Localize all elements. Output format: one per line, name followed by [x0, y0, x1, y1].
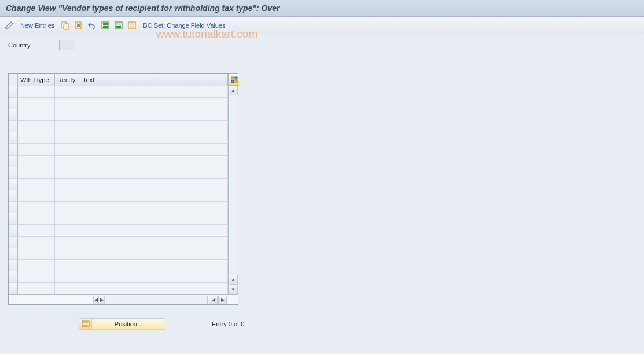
new-entries-button[interactable]: New Entries	[17, 20, 58, 31]
scroll-up-icon[interactable]: ▲	[229, 86, 238, 95]
row-selector[interactable]	[9, 213, 18, 224]
cell-text[interactable]	[80, 132, 228, 143]
cell-wth-type[interactable]	[18, 248, 55, 259]
undo-icon[interactable]	[86, 20, 98, 31]
row-selector[interactable]	[9, 167, 18, 178]
table-row[interactable]	[9, 121, 228, 132]
table-row[interactable]	[9, 132, 228, 144]
cell-wth-type[interactable]	[18, 132, 55, 143]
cell-rec-ty[interactable]	[55, 202, 80, 213]
cell-text[interactable]	[80, 271, 228, 282]
scroll-track-vertical[interactable]	[229, 95, 238, 275]
row-selector[interactable]	[9, 283, 18, 294]
column-header-wth-type[interactable]: Wth.t.type	[18, 74, 55, 86]
cell-wth-type[interactable]	[18, 225, 55, 236]
cell-rec-ty[interactable]	[55, 190, 80, 201]
cell-wth-type[interactable]	[18, 86, 55, 97]
table-row[interactable]	[9, 156, 228, 167]
cell-text[interactable]	[80, 260, 228, 271]
cell-text[interactable]	[80, 248, 228, 259]
scroll-down-icon[interactable]: ▲	[229, 275, 238, 285]
scroll-down-icon-2[interactable]: ▼	[229, 285, 238, 294]
column-header-rec-ty[interactable]: Rec.ty	[55, 74, 80, 86]
cell-text[interactable]	[80, 202, 228, 213]
scroll-right-icon[interactable]: ▶	[100, 296, 105, 304]
table-row[interactable]	[9, 260, 228, 271]
table-row[interactable]	[9, 98, 228, 109]
cell-rec-ty[interactable]	[55, 86, 80, 97]
horizontal-scrollbar[interactable]: ◀ ▶ ◀ ▶	[9, 294, 238, 304]
table-row[interactable]	[9, 248, 228, 260]
cell-rec-ty[interactable]	[55, 248, 80, 259]
cell-wth-type[interactable]	[18, 271, 55, 282]
copy-icon[interactable]	[60, 20, 71, 31]
cell-text[interactable]	[80, 190, 228, 201]
deselect-all-icon[interactable]	[126, 20, 138, 31]
cell-rec-ty[interactable]	[55, 98, 80, 109]
table-row[interactable]	[9, 237, 228, 248]
cell-wth-type[interactable]	[18, 202, 55, 213]
row-selector[interactable]	[9, 225, 18, 236]
cell-wth-type[interactable]	[18, 190, 55, 201]
cell-text[interactable]	[80, 179, 228, 190]
cell-rec-ty[interactable]	[55, 144, 80, 155]
row-selector[interactable]	[9, 202, 18, 213]
row-selector[interactable]	[9, 86, 18, 97]
vertical-scrollbar[interactable]: ▲ ▲ ▼	[228, 74, 238, 294]
row-selector[interactable]	[9, 237, 18, 248]
cell-rec-ty[interactable]	[55, 225, 80, 236]
table-row[interactable]	[9, 86, 228, 98]
row-selector[interactable]	[9, 190, 18, 201]
bc-set-button[interactable]: BC Set: Change Field Values	[139, 20, 229, 31]
row-selector[interactable]	[9, 248, 18, 259]
cell-rec-ty[interactable]	[55, 156, 80, 167]
table-row[interactable]	[9, 213, 228, 225]
toggle-edit-icon[interactable]	[3, 20, 15, 31]
cell-wth-type[interactable]	[18, 144, 55, 155]
cell-wth-type[interactable]	[18, 156, 55, 167]
cell-wth-type[interactable]	[18, 283, 55, 294]
cell-wth-type[interactable]	[18, 121, 55, 132]
cell-wth-type[interactable]	[18, 109, 55, 120]
scroll-left-icon[interactable]: ◀	[93, 296, 99, 304]
cell-text[interactable]	[80, 144, 228, 155]
cell-text[interactable]	[80, 86, 228, 97]
cell-text[interactable]	[80, 213, 228, 224]
table-row[interactable]	[9, 179, 228, 190]
cell-text[interactable]	[80, 109, 228, 120]
table-row[interactable]	[9, 225, 228, 237]
table-row[interactable]	[9, 202, 228, 213]
row-selector[interactable]	[9, 121, 18, 132]
table-row[interactable]	[9, 144, 228, 156]
cell-wth-type[interactable]	[18, 260, 55, 271]
cell-text[interactable]	[80, 283, 228, 294]
scroll-left-end-icon[interactable]: ◀	[209, 296, 218, 304]
row-selector[interactable]	[9, 156, 18, 167]
row-selector[interactable]	[9, 260, 18, 271]
scroll-track-horizontal[interactable]	[106, 296, 208, 304]
cell-text[interactable]	[80, 225, 228, 236]
row-selector[interactable]	[9, 109, 18, 120]
scroll-right-end-icon[interactable]: ▶	[218, 296, 227, 304]
column-header-text[interactable]: Text	[80, 74, 228, 86]
cell-rec-ty[interactable]	[55, 260, 80, 271]
table-row[interactable]	[9, 109, 228, 121]
cell-rec-ty[interactable]	[55, 109, 80, 120]
cell-wth-type[interactable]	[18, 213, 55, 224]
row-selector[interactable]	[9, 98, 18, 109]
table-row[interactable]	[9, 283, 228, 294]
cell-rec-ty[interactable]	[55, 237, 80, 248]
cell-text[interactable]	[80, 167, 228, 178]
table-row[interactable]	[9, 167, 228, 179]
row-selector[interactable]	[9, 144, 18, 155]
select-all-column[interactable]	[9, 74, 18, 86]
row-selector[interactable]	[9, 132, 18, 143]
cell-rec-ty[interactable]	[55, 213, 80, 224]
row-selector[interactable]	[9, 179, 18, 190]
select-block-icon[interactable]	[113, 20, 124, 31]
cell-text[interactable]	[80, 237, 228, 248]
cell-text[interactable]	[80, 156, 228, 167]
row-selector[interactable]	[9, 271, 18, 282]
cell-wth-type[interactable]	[18, 98, 55, 109]
cell-rec-ty[interactable]	[55, 132, 80, 143]
